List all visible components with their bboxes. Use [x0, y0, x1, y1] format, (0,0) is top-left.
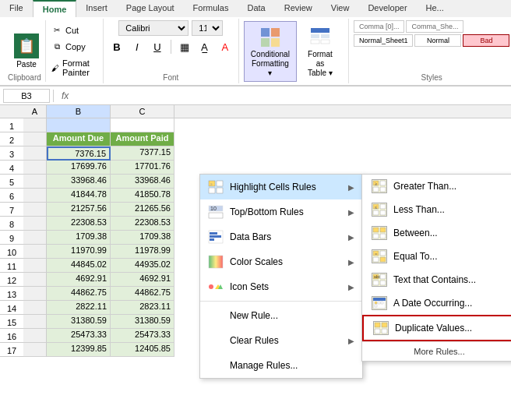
cell-a12[interactable] [23, 273, 47, 287]
cell-c17[interactable]: 12405.85 [111, 343, 174, 357]
tab-formulas[interactable]: Formulas [184, 0, 238, 17]
cell-c14[interactable]: 2823.11 [111, 301, 174, 315]
cell-b12[interactable]: 4692.91 [47, 273, 111, 287]
tab-file[interactable]: File [0, 0, 33, 17]
normal-style[interactable]: Normal [414, 34, 461, 47]
bold-button[interactable]: B [108, 38, 125, 55]
tab-developer[interactable]: Developer [358, 0, 416, 17]
cell-a8[interactable] [23, 217, 47, 231]
cell-b4[interactable]: 17699.76 [47, 161, 111, 175]
underline-button[interactable]: U [149, 38, 166, 55]
cell-a3[interactable] [23, 146, 47, 161]
cell-b17[interactable]: 12399.85 [47, 343, 111, 357]
cell-a1[interactable] [23, 118, 47, 132]
cf-new-rule[interactable]: New Rule... [200, 303, 362, 328]
sub-duplicate-values[interactable]: Duplicate Values... [362, 315, 511, 341]
cell-b9[interactable]: 1709.38 [47, 231, 111, 245]
tab-insert[interactable]: Insert [76, 0, 117, 17]
cell-c12[interactable]: 4692.91 [111, 273, 174, 287]
cf-data-bars[interactable]: Data Bars ▶ [200, 224, 362, 249]
cell-a13[interactable] [23, 287, 47, 301]
cell-a2[interactable] [23, 132, 47, 146]
cut-button[interactable]: ✂ Cut [49, 24, 95, 37]
cell-b7[interactable]: 21257.56 [47, 203, 111, 217]
comma-style[interactable]: Comma [0]... [354, 20, 405, 33]
cell-c15[interactable]: 31380.59 [111, 315, 174, 329]
cell-c8[interactable]: 22308.53 [111, 217, 174, 231]
tab-data[interactable]: Data [238, 0, 274, 17]
tab-home[interactable]: Home [33, 0, 77, 17]
font-name-selector[interactable]: Calibri [118, 20, 189, 36]
cf-color-scales[interactable]: Color Scales ▶ [200, 249, 362, 274]
font-size-selector[interactable]: 11 [192, 20, 223, 36]
cell-a4[interactable] [23, 161, 47, 175]
cell-a15[interactable] [23, 315, 47, 329]
more-rules-link[interactable]: More Rules... [362, 341, 511, 361]
cell-c7[interactable]: 21265.56 [111, 203, 174, 217]
conditional-formatting-button[interactable]: ConditionalFormatting ▾ [244, 21, 297, 82]
cell-b8[interactable]: 22308.53 [47, 217, 111, 231]
cell-b11[interactable]: 44845.02 [47, 259, 111, 273]
cell-c2[interactable]: Amount Paid [111, 132, 174, 146]
cell-a16[interactable] [23, 329, 47, 343]
cf-highlight-cells-rules[interactable]: ≥ Highlight Cells Rules ▶ [200, 175, 362, 199]
cf-top-bottom-rules[interactable]: 10 Top/Bottom Rules ▶ [200, 199, 362, 224]
sub-less-than[interactable]: ≤ Less Than... [362, 198, 511, 221]
cell-a5[interactable] [23, 175, 47, 189]
sub-text-contains[interactable]: abc Text that Contains... [362, 268, 511, 291]
cell-c16[interactable]: 25473.33 [111, 329, 174, 343]
col-header-c[interactable]: C [111, 105, 174, 118]
normal-sheet-style[interactable]: Normal_Sheet1 [354, 34, 414, 47]
comma-she-style[interactable]: Comma_She... [406, 20, 463, 33]
cell-a9[interactable] [23, 231, 47, 245]
cell-b16[interactable]: 25473.33 [47, 329, 111, 343]
cell-b2[interactable]: Amount Due [47, 132, 111, 146]
tab-view[interactable]: View [322, 0, 359, 17]
col-header-b[interactable]: B [47, 105, 111, 118]
cell-b14[interactable]: 2822.11 [47, 301, 111, 315]
cf-manage-rules[interactable]: Manage Rules... [200, 353, 362, 378]
sub-between[interactable]: Between... [362, 221, 511, 245]
sub-date-occurring[interactable]: A Date Occurring... [362, 291, 511, 315]
cf-icon-sets[interactable]: Icon Sets ▶ [200, 274, 362, 299]
cell-c13[interactable]: 44862.75 [111, 287, 174, 301]
cell-a7[interactable] [23, 203, 47, 217]
cell-b15[interactable]: 31380.59 [47, 315, 111, 329]
copy-button[interactable]: ⧉ Copy [49, 41, 95, 53]
fill-color-button[interactable]: A̲ [196, 38, 213, 55]
cell-c4[interactable]: 17701.76 [111, 161, 174, 175]
tab-he[interactable]: He... [417, 0, 453, 17]
cell-b5[interactable]: 33968.46 [47, 175, 111, 189]
formula-input[interactable] [73, 91, 508, 101]
cell-b10[interactable]: 11970.99 [47, 245, 111, 259]
cell-b1[interactable] [47, 118, 111, 132]
cf-clear-rules[interactable]: Clear Rules ▶ [200, 328, 362, 353]
cell-b13[interactable]: 44862.75 [47, 287, 111, 301]
cell-a17[interactable] [23, 343, 47, 357]
font-color-button[interactable]: A [217, 38, 234, 55]
tab-review[interactable]: Review [275, 0, 322, 17]
italic-button[interactable]: I [129, 38, 146, 55]
format-as-table-button[interactable]: Format asTable ▾ [297, 22, 344, 81]
border-button[interactable]: ▦ [176, 38, 193, 55]
sub-equal-to[interactable]: = Equal To... [362, 245, 511, 268]
cell-c3[interactable]: 7377.15 [111, 146, 174, 161]
cell-b6[interactable]: 41844.78 [47, 189, 111, 203]
cell-a10[interactable] [23, 245, 47, 259]
cell-b3[interactable]: 7376.15 [47, 146, 111, 161]
col-header-a[interactable]: A [23, 105, 47, 118]
cell-c1[interactable] [111, 118, 174, 132]
bad-style[interactable]: Bad [463, 34, 509, 47]
cell-a11[interactable] [23, 259, 47, 273]
cell-c11[interactable]: 44935.02 [111, 259, 174, 273]
cell-a14[interactable] [23, 301, 47, 315]
cell-c6[interactable]: 41850.78 [111, 189, 174, 203]
cell-c10[interactable]: 11978.99 [111, 245, 174, 259]
tab-page-layout[interactable]: Page Layout [117, 0, 184, 17]
cell-c5[interactable]: 33968.46 [111, 175, 174, 189]
format-painter-button[interactable]: 🖌 Format Painter [49, 58, 95, 78]
cell-ref-box[interactable] [3, 89, 50, 103]
cell-c9[interactable]: 1709.38 [111, 231, 174, 245]
cell-a6[interactable] [23, 189, 47, 203]
sub-greater-than[interactable]: ≥ Greater Than... [362, 175, 511, 198]
